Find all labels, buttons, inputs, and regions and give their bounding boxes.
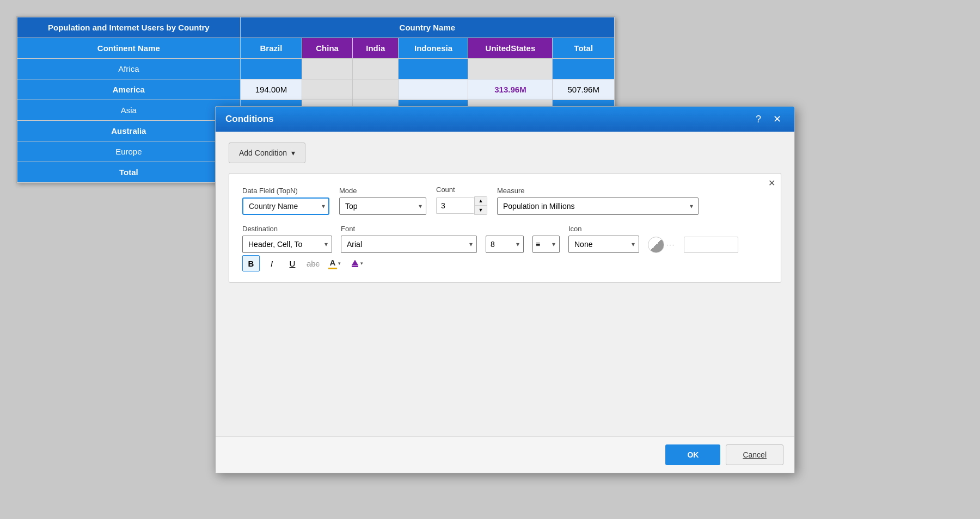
- svg-rect-0: [352, 266, 358, 267]
- total-header: Total: [553, 38, 615, 59]
- font-field-group: Font Arial: [341, 225, 477, 253]
- list-select[interactable]: ≡: [532, 236, 560, 253]
- dialog-body: Add Condition ▾ ✕ Data Field (TopN) Coun…: [216, 132, 794, 436]
- data-field-select-wrapper: Country Name: [242, 197, 329, 215]
- data-field-group: Data Field (TopN) Country Name: [242, 187, 329, 215]
- fill-color-dropdown-icon: ▾: [360, 261, 363, 266]
- india-header: India: [352, 38, 399, 59]
- dialog-header: Conditions ? ✕: [216, 107, 794, 132]
- dialog-close-button[interactable]: ✕: [770, 113, 785, 125]
- add-condition-label: Add Condition: [239, 149, 287, 157]
- measure-field-group: Measure Population in Millions: [497, 187, 699, 215]
- add-condition-button[interactable]: Add Condition ▾: [229, 143, 305, 163]
- color-swatch-group: [684, 226, 738, 253]
- strikethrough-label: abc: [307, 259, 320, 268]
- china-header: China: [302, 38, 353, 59]
- data-field-select[interactable]: Country Name: [242, 197, 329, 215]
- count-field-group: Count ▲ ▼: [436, 186, 487, 215]
- add-condition-dropdown-icon: ▾: [291, 149, 295, 157]
- brazil-header: Brazil: [240, 38, 302, 59]
- font-color-bar: [328, 268, 337, 269]
- measure-select-wrapper: Population in Millions: [497, 197, 699, 215]
- icon-preview-wrapper: ···: [648, 237, 675, 253]
- italic-button[interactable]: I: [263, 255, 280, 271]
- africa-row: Africa: [17, 59, 241, 79]
- destination-label: Destination: [242, 225, 332, 233]
- icon-select[interactable]: None: [568, 236, 639, 253]
- condition-card: ✕ Data Field (TopN) Country Name Mode: [229, 173, 781, 283]
- font-color-button[interactable]: A ▾: [325, 255, 344, 271]
- count-input[interactable]: [436, 197, 474, 214]
- mode-label: Mode: [339, 187, 426, 195]
- bold-label: B: [248, 259, 254, 268]
- size-select-wrapper: 8: [486, 236, 524, 253]
- list-field-group: ≡: [532, 225, 560, 253]
- font-select[interactable]: Arial: [341, 236, 477, 253]
- conditions-dialog: Conditions ? ✕ Add Condition ▾ ✕ Data Fi…: [215, 106, 795, 473]
- bold-button[interactable]: B: [242, 255, 260, 271]
- data-field-label: Data Field (TopN): [242, 187, 329, 195]
- count-spinners: ▲ ▼: [474, 196, 487, 215]
- font-color-letter: A: [330, 258, 336, 267]
- mode-select[interactable]: Top: [339, 197, 426, 215]
- close-card-button[interactable]: ✕: [768, 178, 775, 188]
- underline-label: U: [290, 259, 296, 268]
- size-select[interactable]: 8: [486, 236, 524, 253]
- font-select-wrapper: Arial: [341, 236, 477, 253]
- help-button[interactable]: ?: [752, 113, 764, 125]
- mode-field-group: Mode Top: [339, 187, 426, 215]
- dialog-title: Conditions: [225, 114, 274, 125]
- icon-dots: ···: [666, 241, 675, 249]
- america-row: America: [17, 79, 241, 100]
- count-field: ▲ ▼: [436, 196, 487, 215]
- asia-row: Asia: [17, 100, 241, 121]
- condition-row-2: Destination Header, Cell, To Font Arial: [242, 225, 768, 253]
- font-color-dropdown-icon: ▾: [338, 261, 341, 266]
- count-decrement-button[interactable]: ▼: [475, 206, 487, 214]
- icon-preview-group: ···: [648, 226, 675, 253]
- destination-select-wrapper: Header, Cell, To: [242, 236, 332, 253]
- italic-label: I: [271, 259, 273, 268]
- destination-field-group: Destination Header, Cell, To: [242, 225, 332, 253]
- destination-select[interactable]: Header, Cell, To: [242, 236, 332, 253]
- measure-select[interactable]: Population in Millions: [497, 197, 699, 215]
- total-row: Total: [17, 162, 241, 183]
- ok-button[interactable]: OK: [665, 444, 720, 465]
- condition-row-1: Data Field (TopN) Country Name Mode Top: [242, 186, 768, 215]
- spreadsheet-col-header: Country Name: [240, 17, 614, 38]
- format-toolbar: B I U abc A: [242, 255, 768, 271]
- size-field-group: 8: [486, 225, 524, 253]
- indonesia-header: Indonesia: [399, 38, 468, 59]
- icon-select-wrapper: None: [568, 236, 639, 253]
- europe-row: Europe: [17, 141, 241, 162]
- count-increment-button[interactable]: ▲: [475, 197, 487, 206]
- cancel-button[interactable]: Cancel: [726, 444, 783, 465]
- icon-field-group: Icon None: [568, 225, 639, 253]
- measure-label: Measure: [497, 187, 699, 195]
- mode-select-wrapper: Top: [339, 197, 426, 215]
- size-label: [486, 225, 524, 233]
- font-label: Font: [341, 225, 477, 233]
- continent-header: Continent Name: [17, 38, 241, 59]
- underline-button[interactable]: U: [284, 255, 301, 271]
- australia-row: Australia: [17, 121, 241, 141]
- list-select-wrapper: ≡: [532, 236, 560, 253]
- dialog-header-actions: ? ✕: [752, 113, 785, 125]
- icon-preview: [648, 237, 664, 253]
- us-header: UnitedStates: [468, 38, 553, 59]
- dialog-footer: OK Cancel: [216, 436, 794, 473]
- count-label: Count: [436, 186, 487, 194]
- color-swatch[interactable]: [684, 237, 738, 253]
- spreadsheet-title-cell: Population and Internet Users by Country: [17, 17, 241, 38]
- fill-icon: [351, 259, 359, 268]
- fill-color-button[interactable]: ▾: [347, 255, 366, 271]
- strikethrough-button[interactable]: abc: [304, 255, 322, 271]
- icon-label: Icon: [568, 225, 639, 233]
